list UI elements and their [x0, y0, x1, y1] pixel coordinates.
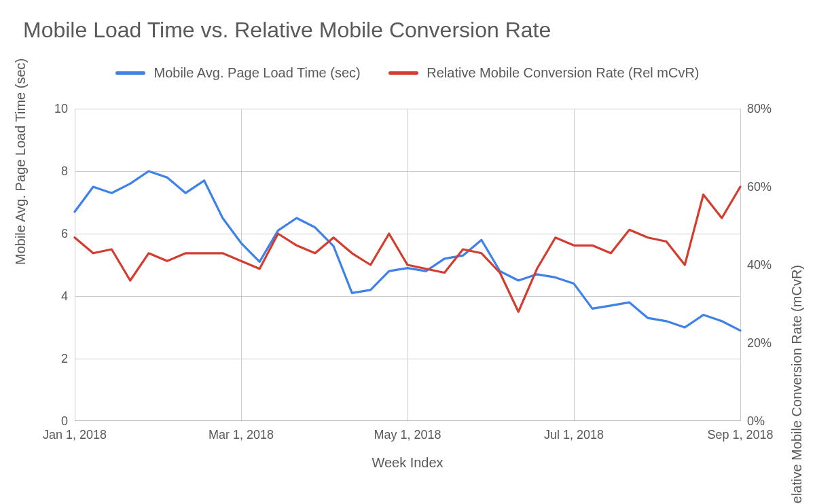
xtick: Sep 1, 2018 — [707, 428, 773, 442]
chart-container: Mobile Load Time vs. Relative Mobile Con… — [0, 0, 815, 504]
y-axis-label-left: Mobile Avg. Page Load Time (sec) — [13, 58, 29, 265]
chart-title: Mobile Load Time vs. Relative Mobile Con… — [23, 18, 551, 43]
legend-item-load-time: Mobile Avg. Page Load Time (sec) — [115, 65, 360, 81]
ytick-left: 8 — [61, 164, 68, 179]
legend-label-load-time: Mobile Avg. Page Load Time (sec) — [153, 65, 360, 81]
ytick-left: 2 — [61, 352, 68, 366]
ytick-left: 10 — [54, 102, 68, 116]
x-axis-label: Week Index — [372, 455, 443, 471]
xtick: Jul 1, 2018 — [544, 428, 604, 442]
gridline-v — [740, 109, 741, 421]
y-axis-label-right: Relative Mobile Conversion Rate (mCvR) — [790, 265, 805, 504]
legend-swatch-red — [388, 71, 418, 75]
ytick-right: 80% — [747, 102, 772, 116]
ytick-left: 6 — [61, 227, 68, 241]
ytick-left: 0 — [61, 414, 68, 429]
xtick: Mar 1, 2018 — [209, 428, 274, 442]
series-line-mcvr — [75, 187, 740, 312]
legend-label-mcvr: Relative Mobile Conversion Rate (Rel mCv… — [427, 65, 699, 81]
ytick-left: 4 — [61, 289, 68, 304]
legend-item-mcvr: Relative Mobile Conversion Rate (Rel mCv… — [388, 65, 699, 81]
legend-swatch-blue — [115, 71, 145, 75]
series-line-load-time — [75, 171, 740, 331]
ytick-right: 60% — [747, 180, 772, 194]
plot-area: 0 2 4 6 8 10 0% 20% 40% 60% 80% Jan 1, 2… — [75, 109, 740, 421]
xtick: May 1, 2018 — [374, 428, 441, 442]
xtick: Jan 1, 2018 — [43, 428, 107, 442]
chart-lines — [75, 109, 740, 421]
ytick-right: 0% — [747, 414, 765, 429]
ytick-right: 40% — [747, 258, 772, 272]
chart-legend: Mobile Avg. Page Load Time (sec) Relativ… — [0, 62, 815, 81]
ytick-right: 20% — [747, 336, 772, 350]
